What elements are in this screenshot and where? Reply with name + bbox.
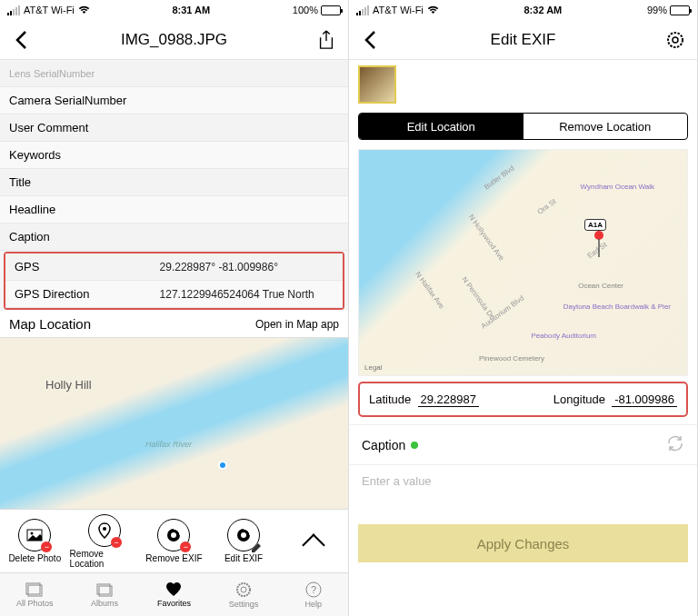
map-section-title: Map Location	[9, 316, 91, 332]
svg-point-12	[241, 587, 246, 592]
albums-icon	[95, 582, 114, 597]
photos-icon	[25, 582, 44, 597]
row-caption: Caption	[0, 224, 348, 251]
battery-pct: 100%	[293, 5, 318, 15]
battery-icon	[321, 5, 341, 15]
row-camera-serial: Camera SerialNumber	[0, 87, 348, 114]
longitude-label: Longitude	[553, 392, 605, 406]
poi-boardwalk: Daytona Beach Boardwalk & Pier	[563, 303, 671, 311]
svg-point-4	[171, 532, 176, 538]
poi-pinewood: Pinewood Cemetery	[479, 354, 544, 363]
map-editor[interactable]: Wyndham Ocean Walk Ocean Center Daytona …	[358, 149, 688, 376]
clock: 8:32 AM	[524, 5, 563, 15]
open-in-map-link[interactable]: Open in Map app	[255, 318, 339, 331]
row-gps-direction: GPS Direction 127.1229946524064 True Nor…	[5, 281, 343, 308]
tab-bar: All Photos Albums Favorites Settings ?He…	[0, 572, 348, 616]
gear-icon	[235, 581, 252, 598]
share-button[interactable]	[314, 27, 339, 53]
action-toolbar: − Delete Photo − Remove Location − Remov…	[0, 509, 348, 572]
status-dot-icon	[411, 442, 418, 449]
row-user-comment: User Comment	[0, 114, 348, 142]
edit-exif-button[interactable]: Edit EXIF	[209, 510, 279, 572]
svg-point-16	[673, 37, 678, 43]
heart-icon	[165, 582, 182, 597]
coords-highlight: Latitude 29.228987 Longitude -81.009986	[358, 382, 688, 417]
remove-exif-button[interactable]: − Remove EXIF	[139, 510, 209, 572]
gps-highlight: GPS 29.228987° -81.009986° GPS Direction…	[4, 252, 344, 310]
svg-point-11	[237, 583, 250, 596]
map-place-halifax: Halifax River	[145, 440, 192, 449]
collapse-toolbar-button[interactable]	[278, 510, 348, 572]
street-halifax: N Halifax Ave	[414, 270, 445, 310]
svg-point-6	[241, 532, 246, 538]
longitude-field[interactable]: -81.009986	[612, 392, 677, 407]
back-button[interactable]	[358, 27, 384, 53]
remove-location-button[interactable]: − Remove Location	[70, 510, 140, 572]
row-keywords: Keywords	[0, 142, 348, 169]
caption-row: Caption	[349, 424, 697, 465]
back-button[interactable]	[9, 27, 35, 53]
seg-remove-location[interactable]: Remove Location	[524, 114, 688, 139]
page-title: IMG_0988.JPG	[35, 31, 314, 49]
map-place-holly-hill: Holly Hill	[45, 378, 92, 392]
map-pin-icon[interactable]	[590, 230, 608, 263]
settings-button[interactable]	[663, 27, 688, 53]
help-icon: ?	[305, 581, 322, 598]
caption-label: Caption	[362, 438, 405, 452]
tab-settings[interactable]: Settings	[209, 573, 279, 616]
row-headline: Headline	[0, 196, 348, 224]
exif-list: Lens SerialNumber Camera SerialNumber Us…	[0, 60, 348, 311]
street-ora: Ora St	[536, 197, 558, 216]
carrier-label: AT&T Wi-Fi	[24, 5, 75, 15]
svg-point-17	[594, 231, 603, 240]
apply-changes-button[interactable]: Apply Changes	[358, 524, 688, 562]
chevron-up-icon	[302, 533, 324, 556]
latitude-label: Latitude	[369, 392, 411, 406]
poi-ocean-center: Ocean Center	[578, 282, 623, 290]
status-bar: AT&T Wi-Fi 8:32 AM 99%	[349, 0, 697, 20]
street-hollywood: N Hollywood Ave	[467, 213, 506, 262]
svg-point-15	[668, 33, 683, 47]
wifi-icon	[78, 5, 90, 15]
nav-bar: IMG_0988.JPG	[0, 20, 348, 60]
screen-edit-exif: AT&T Wi-Fi 8:32 AM 99% Edit EXIF Edit Lo…	[349, 0, 698, 616]
tab-all-photos[interactable]: All Photos	[0, 573, 70, 616]
tab-help[interactable]: ?Help	[278, 573, 348, 616]
latitude-field[interactable]: 29.228987	[418, 392, 479, 407]
row-lens-serial: Lens SerialNumber	[0, 60, 348, 87]
location-dot-icon	[218, 461, 227, 470]
wifi-icon	[427, 5, 439, 15]
battery-icon	[670, 5, 690, 15]
screen-photo-detail: AT&T Wi-Fi 8:31 AM 100% IMG_0988.JPG Len…	[0, 0, 349, 616]
carrier-label: AT&T Wi-Fi	[373, 5, 424, 15]
street-peninsula: N Peninsula Dr	[460, 275, 495, 320]
segmented-control: Edit Location Remove Location	[358, 113, 688, 140]
row-gps: GPS 29.228987° -81.009986°	[5, 253, 343, 281]
page-title: Edit EXIF	[384, 31, 663, 49]
row-title: Title	[0, 169, 348, 196]
tab-albums[interactable]: Albums	[70, 573, 140, 616]
map-preview[interactable]: Holly Hill Halifax River	[0, 338, 348, 509]
street-butler: Butler Blvd	[483, 164, 516, 191]
sync-icon[interactable]	[666, 434, 684, 455]
caption-input[interactable]: Enter a value	[349, 465, 697, 497]
poi-wyndham: Wyndham Ocean Walk	[581, 183, 654, 191]
clock: 8:31 AM	[172, 5, 210, 15]
signal-icon	[7, 5, 20, 15]
photo-thumbnail[interactable]	[358, 65, 396, 104]
map-section-header: Map Location Open in Map app	[0, 311, 348, 338]
svg-point-2	[103, 527, 106, 531]
signal-icon	[356, 5, 369, 15]
svg-text:?: ?	[311, 584, 316, 595]
status-bar: AT&T Wi-Fi 8:31 AM 100%	[0, 0, 348, 20]
nav-bar: Edit EXIF	[349, 20, 697, 60]
map-legal-link[interactable]: Legal	[364, 363, 383, 372]
svg-point-1	[31, 532, 34, 535]
tab-favorites[interactable]: Favorites	[139, 573, 209, 616]
battery-pct: 99%	[647, 5, 667, 15]
delete-photo-button[interactable]: − Delete Photo	[0, 510, 70, 572]
poi-peabody: Peabody Auditorium	[531, 332, 596, 340]
seg-edit-location[interactable]: Edit Location	[359, 114, 524, 139]
